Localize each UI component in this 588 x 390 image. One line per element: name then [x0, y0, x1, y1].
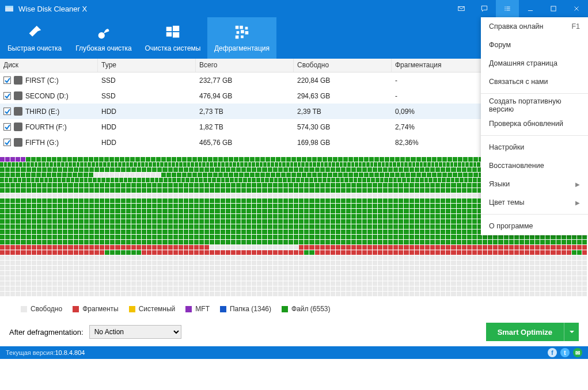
menu-item-label: О программе — [489, 222, 533, 230]
drive-free: 574,30 GB — [294, 123, 392, 131]
svg-rect-11 — [245, 27, 248, 30]
smart-optimize-dropdown[interactable] — [564, 323, 579, 341]
version-label: Текущая версия: — [6, 349, 55, 356]
bottom-bar: After defragmentation: No Action Smart O… — [0, 318, 588, 346]
svg-rect-9 — [236, 26, 239, 29]
drive-icon — [14, 138, 22, 147]
drive-name: FOURTH (F:) — [25, 123, 67, 131]
windows-icon — [164, 24, 181, 41]
broom-icon — [26, 24, 43, 41]
main-menu: Справка онлайнF1ФорумДомашняя страницаСв… — [481, 17, 588, 235]
menu-item-label: Создать портативную версию — [489, 97, 580, 113]
legend-free: Свободно — [21, 305, 62, 313]
after-defrag-select[interactable]: No Action — [89, 325, 181, 339]
menu-item[interactable]: Форум — [481, 36, 588, 54]
legend-folder: Папка (1346) — [220, 305, 271, 313]
col-type[interactable]: Type — [98, 59, 196, 72]
svg-rect-10 — [240, 26, 243, 29]
map-row — [0, 276, 588, 281]
menu-item[interactable]: Цвет темы▶ — [481, 193, 588, 212]
row-checkbox[interactable] — [3, 123, 11, 131]
menu-item-label: Домашняя страница — [489, 59, 557, 67]
legend-frag: Фрагменты — [73, 305, 119, 313]
menu-icon[interactable] — [496, 0, 519, 17]
drive-frag: - — [392, 92, 490, 100]
minimize-icon[interactable] — [519, 0, 542, 17]
menu-separator — [481, 214, 588, 215]
menu-item-label: Справка онлайн — [489, 22, 544, 30]
svg-rect-6 — [173, 26, 179, 31]
status-bar: Текущая версия: 10.8.4.804 f t ✉ — [0, 346, 588, 359]
col-frag[interactable]: Фрагментация — [392, 59, 490, 72]
drive-free: 294,63 GB — [294, 92, 392, 100]
svg-rect-7 — [166, 32, 172, 37]
menu-item[interactable]: Справка онлайнF1 — [481, 17, 588, 36]
row-checkbox[interactable] — [3, 92, 11, 100]
drive-name: SECOND (D:) — [25, 92, 69, 100]
col-disk[interactable]: Диск — [0, 59, 98, 72]
close-icon[interactable] — [565, 0, 588, 17]
svg-rect-3 — [551, 6, 556, 11]
app-icon — [5, 4, 14, 13]
drive-icon — [14, 76, 22, 85]
row-checkbox[interactable] — [3, 108, 11, 115]
chevron-right-icon: ▶ — [575, 181, 580, 188]
row-checkbox[interactable] — [3, 139, 11, 146]
menu-separator — [481, 93, 588, 94]
drive-total: 2,73 TB — [196, 108, 294, 116]
drive-name: FIFTH (G:) — [25, 139, 59, 147]
feedback-icon[interactable] — [473, 0, 496, 17]
col-free[interactable]: Свободно — [294, 59, 392, 72]
menu-item[interactable]: Связаться с нами — [481, 72, 588, 91]
legend-system: Системный — [129, 305, 176, 313]
svg-rect-15 — [236, 36, 239, 39]
version-value: 10.8.4.804 — [55, 349, 85, 356]
svg-rect-16 — [241, 36, 244, 39]
map-row — [0, 286, 588, 292]
menu-item[interactable]: Создать портативную версию — [481, 96, 588, 114]
menu-item[interactable]: Настройки — [481, 138, 588, 156]
smart-optimize-button[interactable]: Smart Optimize — [486, 323, 579, 341]
tab-label: Быстрая очистка — [7, 44, 62, 52]
menu-item-label: Форум — [489, 41, 511, 49]
map-row — [0, 292, 588, 297]
menu-item[interactable]: О программе — [481, 217, 588, 235]
vacuum-icon — [95, 24, 112, 41]
mail-share-icon[interactable]: ✉ — [573, 348, 582, 357]
tab-quick-clean[interactable]: Быстрая очистка — [0, 17, 69, 59]
menu-item[interactable]: Восстановление — [481, 156, 588, 175]
defrag-icon — [233, 24, 251, 41]
legend-file: Файл (6553) — [282, 305, 331, 313]
menu-item[interactable]: Проверка обновлений — [481, 114, 588, 133]
maximize-icon[interactable] — [542, 0, 565, 17]
app-title: Wise Disk Cleaner X — [18, 5, 87, 13]
map-row — [0, 250, 588, 255]
menu-item-label: Проверка обновлений — [489, 120, 563, 128]
svg-rect-5 — [166, 27, 172, 32]
mail-icon[interactable] — [450, 0, 473, 17]
row-checkbox[interactable] — [3, 77, 11, 84]
legend-mft: MFT — [185, 305, 210, 313]
map-row — [0, 245, 588, 250]
drive-type: SSD — [98, 92, 196, 100]
after-defrag-label: After defragmentation: — [9, 328, 84, 337]
social-links: f t ✉ — [548, 348, 582, 357]
tab-defrag[interactable]: Дефрагментация — [207, 17, 276, 59]
drive-name: THIRD (E:) — [25, 108, 59, 116]
menu-item[interactable]: Домашняя страница — [481, 54, 588, 72]
svg-rect-8 — [173, 32, 179, 37]
svg-rect-14 — [245, 31, 249, 35]
tab-deep-clean[interactable]: Глубокая очистка — [69, 17, 138, 59]
menu-item-label: Восстановление — [489, 162, 544, 170]
map-row — [0, 281, 588, 286]
twitter-icon[interactable]: t — [560, 348, 570, 357]
facebook-icon[interactable]: f — [548, 348, 557, 357]
menu-item-label: Языки — [489, 180, 510, 188]
drive-total: 476,94 GB — [196, 92, 294, 100]
menu-separator — [481, 135, 588, 136]
col-total[interactable]: Всего — [196, 59, 294, 72]
menu-item[interactable]: Языки▶ — [481, 175, 588, 193]
tab-system-clean[interactable]: Очистка системы — [138, 17, 207, 59]
tab-label: Дефрагментация — [214, 44, 270, 52]
drive-icon — [14, 123, 22, 131]
